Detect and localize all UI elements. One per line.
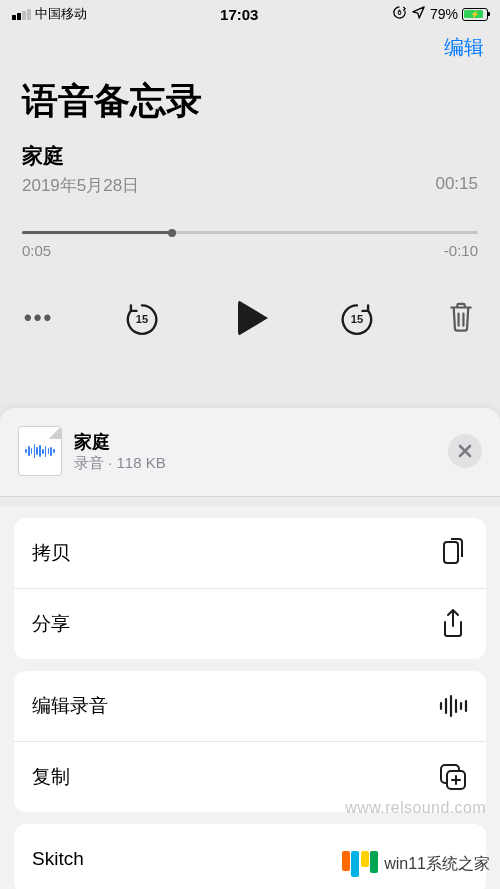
file-type: 录音 [74, 454, 104, 471]
brand-site: win11系统之家 [384, 854, 490, 875]
track-thumb[interactable] [168, 229, 176, 237]
recording-subline: 2019年5月28日 00:15 [22, 174, 478, 197]
delete-button[interactable] [446, 299, 476, 337]
track-fill [22, 231, 172, 234]
action-duplicate-label: 复制 [32, 764, 70, 790]
page-title: 语音备忘录 [0, 65, 500, 142]
recording-duration: 00:15 [435, 174, 478, 197]
file-icon [18, 426, 62, 476]
sheet-header: 家庭 录音 · 118 KB [0, 408, 500, 496]
recording-date: 2019年5月28日 [22, 174, 139, 197]
skip-forward-15-button[interactable]: 15 [338, 299, 376, 337]
svg-text:15: 15 [351, 313, 363, 325]
svg-text:15: 15 [136, 313, 148, 325]
action-skitch-label: Skitch [32, 848, 84, 870]
sheet-file-text: 家庭 录音 · 118 KB [74, 430, 448, 473]
location-icon [411, 5, 426, 23]
action-edit-recording-label: 编辑录音 [32, 693, 108, 719]
brand-logo-icon [342, 851, 379, 877]
file-sep: · [104, 454, 117, 471]
sheet-fileinfo: 录音 · 118 KB [74, 454, 448, 473]
carrier-label: 中国移动 [35, 5, 87, 23]
action-group-2: 编辑录音 复制 [14, 671, 486, 812]
watermark-text: www.relsound.com [345, 799, 486, 817]
action-group-1: 拷贝 分享 [14, 518, 486, 659]
player-panel: 家庭 2019年5月28日 00:15 0:05 -0:10 ••• 15 15 [0, 142, 500, 365]
footer-brand: win11系统之家 [342, 851, 490, 877]
status-right: 79% ⚡ [392, 5, 488, 23]
action-copy[interactable]: 拷贝 [14, 518, 486, 588]
orientation-lock-icon [392, 5, 407, 23]
duplicate-icon [438, 762, 468, 792]
close-sheet-button[interactable] [448, 434, 482, 468]
recording-title[interactable]: 家庭 [22, 142, 478, 174]
skip-back-15-button[interactable]: 15 [123, 299, 161, 337]
waveform-icon [438, 691, 468, 721]
action-share-label: 分享 [32, 611, 70, 637]
remaining-time: -0:10 [444, 242, 478, 259]
nav-bar: 编辑 [0, 26, 500, 65]
battery-icon: ⚡ [462, 8, 488, 21]
action-edit-recording[interactable]: 编辑录音 [14, 671, 486, 741]
status-time: 17:03 [220, 6, 258, 23]
edit-button[interactable]: 编辑 [444, 34, 484, 61]
file-size: 118 KB [117, 454, 166, 471]
playback-track[interactable] [22, 231, 478, 234]
status-left: 中国移动 [12, 5, 87, 23]
sheet-filename: 家庭 [74, 430, 448, 454]
svg-rect-0 [398, 11, 401, 14]
sheet-divider [0, 496, 500, 506]
signal-icon [12, 9, 31, 20]
more-options-button[interactable]: ••• [24, 305, 53, 331]
player-controls: ••• 15 15 [22, 299, 478, 365]
status-bar: 中国移动 17:03 79% ⚡ [0, 0, 500, 26]
action-copy-label: 拷贝 [32, 540, 70, 566]
battery-percent: 79% [430, 6, 458, 22]
copy-icon [438, 538, 468, 568]
share-icon [438, 609, 468, 639]
play-button[interactable] [232, 300, 268, 336]
action-share[interactable]: 分享 [14, 588, 486, 659]
elapsed-time: 0:05 [22, 242, 51, 259]
playback-times: 0:05 -0:10 [22, 242, 478, 259]
